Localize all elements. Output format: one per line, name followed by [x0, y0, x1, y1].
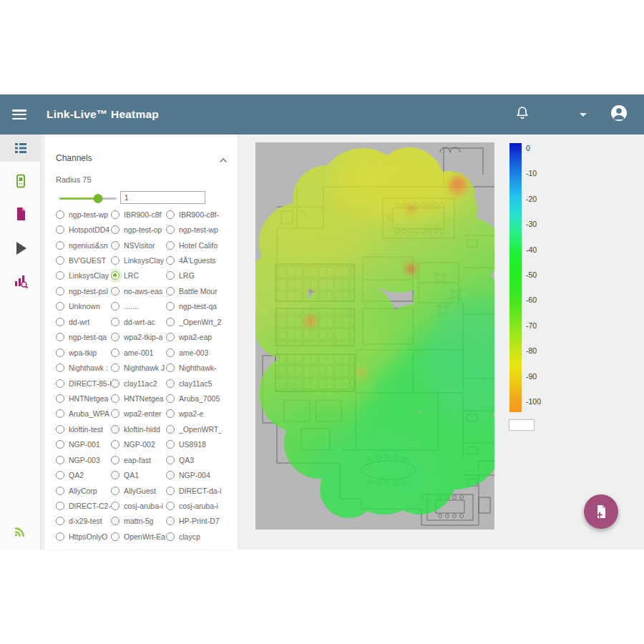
ssid-radio-option[interactable]: wpa2-tkip-a [111, 330, 166, 345]
ssid-radio-option[interactable]: d-x29-test [56, 514, 111, 529]
nav-item-signal[interactable] [0, 517, 41, 544]
ssid-radio-option[interactable]: QA3 [166, 452, 221, 467]
radio-button-icon[interactable] [166, 210, 175, 219]
radio-button-icon[interactable] [166, 440, 175, 449]
ssid-radio-option[interactable]: ngp-test-wp [166, 222, 221, 237]
ssid-radio-option[interactable]: ngp-test-wp [56, 207, 111, 222]
radio-button-icon[interactable] [56, 225, 64, 234]
ssid-radio-option[interactable]: LRC [111, 268, 166, 283]
ssid-radio-option[interactable]: kloftin-test [56, 421, 111, 436]
heatmap-viewport[interactable] [255, 142, 494, 530]
ssid-radio-option[interactable]: ngp-test-qa [56, 330, 111, 345]
chevron-up-icon[interactable] [219, 153, 228, 166]
ssid-radio-option[interactable]: mattn-5g [111, 514, 166, 529]
radio-button-icon[interactable] [56, 517, 64, 525]
radio-button-icon[interactable] [166, 302, 175, 311]
ssid-radio-option[interactable]: eap-fast [111, 452, 166, 467]
radio-button-icon[interactable] [111, 502, 119, 510]
ssid-radio-option[interactable]: AllyGuest [111, 483, 166, 498]
ssid-radio-option[interactable]: BV'GUEST [56, 253, 111, 268]
ssid-radio-option[interactable]: HNTNetgea [111, 391, 166, 406]
radio-button-icon[interactable] [56, 394, 64, 403]
radio-button-icon[interactable] [166, 487, 175, 495]
nav-item-analysis[interactable] [0, 268, 41, 295]
radio-button-icon[interactable] [111, 287, 119, 296]
ssid-radio-option[interactable]: IBR900-c8f [111, 207, 166, 222]
radio-button-icon[interactable] [111, 364, 119, 372]
ssid-radio-option[interactable]: NSVisitor [111, 238, 166, 253]
radio-button-icon[interactable] [111, 225, 119, 234]
add-document-fab[interactable] [584, 494, 618, 529]
radio-button-icon[interactable] [111, 409, 119, 418]
radio-button-icon[interactable] [166, 471, 175, 479]
radio-button-icon[interactable] [111, 425, 119, 434]
ssid-radio-option[interactable]: QA1 [111, 467, 166, 482]
radio-button-icon[interactable] [56, 364, 64, 372]
ssid-radio-option[interactable]: ngenius&sn [56, 238, 111, 253]
ssid-radio-option[interactable]: Nighthawk J [111, 360, 166, 375]
ssid-radio-option[interactable]: IBR900-c8f- [166, 207, 221, 222]
ssid-radio-option[interactable]: ame-003 [166, 345, 221, 360]
ssid-radio-option[interactable]: dd-wrt [56, 314, 111, 329]
radio-button-icon[interactable] [111, 379, 119, 388]
nav-item-document[interactable] [0, 200, 41, 228]
radio-button-icon[interactable] [166, 425, 175, 434]
radio-button-icon[interactable] [166, 379, 175, 388]
radio-button-icon[interactable] [56, 271, 64, 280]
radio-button-icon[interactable] [166, 318, 175, 326]
ssid-radio-option[interactable]: kloftin-hidd [111, 421, 166, 436]
ssid-radio-option[interactable]: US8918 [166, 437, 221, 452]
ssid-radio-option[interactable]: dd-wrt-ac [111, 314, 166, 329]
radio-button-icon[interactable] [166, 348, 175, 357]
radio-button-icon[interactable] [166, 502, 175, 510]
radio-button-icon[interactable] [56, 256, 64, 265]
ssid-radio-option[interactable]: ame-001 [111, 345, 166, 360]
ssid-radio-option[interactable]: AllyCorp [56, 483, 111, 498]
ssid-radio-option[interactable]: cosj-aruba-i [166, 498, 221, 513]
ssid-radio-option[interactable]: Nighthawk- [166, 360, 221, 375]
ssid-radio-option[interactable]: LinksysClay [56, 268, 111, 283]
ssid-radio-option[interactable]: OpenWrt-Ea [111, 529, 166, 544]
radio-button-icon[interactable] [111, 318, 119, 326]
ssid-radio-option[interactable]: QA2 [56, 467, 111, 482]
radio-button-icon[interactable] [166, 271, 175, 280]
radio-button-icon[interactable] [56, 456, 64, 464]
radio-button-icon[interactable] [111, 241, 119, 250]
ssid-radio-option[interactable]: NGP-002 [111, 437, 166, 452]
radio-button-icon[interactable] [111, 271, 119, 280]
radio-button-icon[interactable] [111, 348, 119, 357]
radio-button-icon[interactable] [56, 471, 64, 479]
ssid-radio-option[interactable]: Battle Mour [166, 283, 221, 298]
notifications-bell-icon[interactable] [514, 104, 531, 125]
ssid-radio-option[interactable]: cosj-aruba-i [111, 498, 166, 513]
radio-button-icon[interactable] [56, 409, 64, 418]
radio-button-icon[interactable] [111, 256, 119, 265]
radio-button-icon[interactable] [56, 302, 64, 311]
ssid-radio-option[interactable]: Aruba_7005 [166, 391, 221, 406]
ssid-radio-option[interactable]: ngp-test-op [111, 222, 166, 237]
radius-slider[interactable] [59, 197, 117, 200]
radius-slider-thumb[interactable] [93, 194, 102, 203]
radio-button-icon[interactable] [56, 333, 64, 341]
ssid-radio-option[interactable]: NGP-003 [56, 452, 111, 467]
radio-button-icon[interactable] [166, 364, 175, 372]
radio-button-icon[interactable] [111, 302, 119, 311]
radio-button-icon[interactable] [56, 348, 64, 357]
radio-button-icon[interactable] [56, 210, 64, 219]
ssid-radio-option[interactable]: Unknown [56, 299, 111, 314]
ssid-radio-option[interactable]: _OpenWRT_ [166, 421, 221, 436]
radio-button-icon[interactable] [166, 287, 175, 296]
radio-button-icon[interactable] [166, 241, 175, 250]
radio-button-icon[interactable] [56, 487, 64, 495]
radio-button-icon[interactable] [56, 502, 64, 510]
ssid-radio-option[interactable]: ngp-test-qa [166, 299, 221, 314]
ssid-radio-option[interactable]: DIRECT-C2-I [56, 498, 111, 513]
radio-button-icon[interactable] [56, 440, 64, 449]
radio-button-icon[interactable] [56, 425, 64, 434]
ssid-radio-option[interactable]: claycp [166, 529, 221, 544]
ssid-radio-option[interactable]: _OpenWrt_2 [166, 314, 221, 329]
radio-button-icon[interactable] [166, 333, 175, 341]
nav-item-device[interactable] [0, 167, 41, 195]
radio-button-icon[interactable] [111, 487, 119, 495]
radio-button-icon[interactable] [56, 379, 64, 388]
